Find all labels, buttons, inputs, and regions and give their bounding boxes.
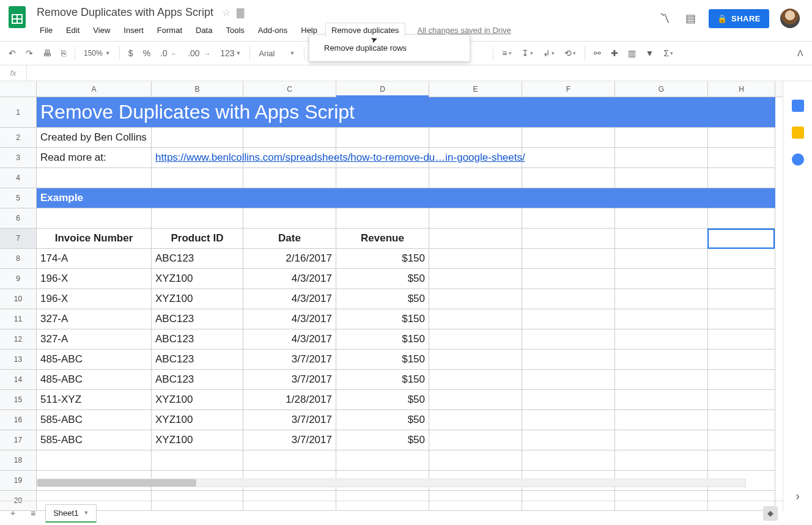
cell[interactable]: Remove Duplicates with Apps Script [37,97,152,128]
cell[interactable] [152,208,243,229]
cell[interactable]: 327-A [37,329,152,350]
cell[interactable]: 3/7/2017 [243,370,336,390]
cell[interactable]: 174-A [37,249,152,269]
select-all-corner[interactable] [0,81,37,97]
cell[interactable] [429,350,522,370]
cell[interactable] [615,390,708,410]
cell[interactable]: 4/3/2017 [243,309,336,329]
row-header-12[interactable]: 12 [0,329,37,350]
cell[interactable]: XYZ100 [152,410,243,430]
cell[interactable] [615,430,708,450]
star-icon[interactable]: ☆ [222,7,231,18]
cell[interactable]: Revenue [336,229,429,249]
cell[interactable] [708,208,775,229]
cell[interactable]: ABC123 [152,329,243,350]
cell[interactable] [429,309,522,329]
cell[interactable]: 3/7/2017 [243,410,336,430]
cell[interactable]: ABC123 [152,249,243,269]
cell[interactable]: ABC123 [152,309,243,329]
cell[interactable] [615,370,708,390]
cell[interactable] [429,168,522,188]
cell[interactable] [336,450,429,471]
activity-icon[interactable]: 〽 [657,11,672,26]
insert-link-button[interactable]: ⚯ [590,46,605,61]
cell[interactable]: Date [243,229,336,249]
cell[interactable] [615,350,708,370]
cell[interactable] [336,208,429,229]
cell[interactable]: 4/3/2017 [243,289,336,309]
cell[interactable]: $150 [336,249,429,269]
cell[interactable] [429,289,522,309]
cell[interactable]: Created by Ben Collins [37,128,152,148]
row-header-7[interactable]: 7 [0,229,37,249]
cell[interactable] [429,269,522,289]
column-header-F[interactable]: F [522,81,615,97]
cell[interactable] [429,128,522,148]
text-rotation-button[interactable]: ⟲▾ [561,46,580,61]
side-panel-expand-icon[interactable]: › [795,489,800,503]
cell[interactable] [615,229,708,249]
cell[interactable] [522,430,615,450]
document-title[interactable]: Remove Duplicates with Apps Script [34,5,216,20]
cell[interactable] [429,410,522,430]
cell[interactable] [152,450,243,471]
more-formats-button[interactable]: 123▼ [216,46,245,61]
row-header-8[interactable]: 8 [0,249,37,269]
tasks-addon-icon[interactable] [792,153,804,166]
menu-tools[interactable]: Tools [220,23,249,37]
menu-view[interactable]: View [87,23,116,37]
menu-edit[interactable]: Edit [61,23,85,37]
row-header-2[interactable]: 2 [0,128,37,148]
remove-duplicate-rows-item[interactable]: Remove duplicate rows [309,39,470,57]
horizontal-align-button[interactable]: ≡▾ [498,46,515,61]
cell[interactable] [37,208,152,229]
row-header-9[interactable]: 9 [0,269,37,289]
save-status[interactable]: All changes saved in Drive [418,26,511,35]
cell[interactable] [522,208,615,229]
cell[interactable]: Invoice Number [37,229,152,249]
cell[interactable] [243,168,336,188]
cell[interactable] [522,128,615,148]
cell[interactable]: $50 [336,430,429,450]
cell[interactable] [615,208,708,229]
cell[interactable] [429,249,522,269]
row-header-19[interactable]: 19 [0,471,37,491]
cell[interactable] [615,168,708,188]
row-header-16[interactable]: 16 [0,410,37,430]
cell[interactable]: Read more at: [37,148,152,168]
cell[interactable] [522,289,615,309]
row-header-1[interactable]: 1 [0,97,37,128]
cell[interactable] [522,309,615,329]
cell[interactable] [708,329,775,350]
cell[interactable] [522,329,615,350]
cell[interactable] [615,269,708,289]
cell[interactable]: ABC123 [152,370,243,390]
cell[interactable]: 485-ABC [37,350,152,370]
all-sheets-button[interactable]: ≡ [27,506,39,521]
cell[interactable] [336,168,429,188]
cell[interactable]: 4/3/2017 [243,329,336,350]
cell[interactable] [522,97,615,128]
cell[interactable]: XYZ100 [152,269,243,289]
calendar-addon-icon[interactable] [792,100,804,112]
cell[interactable] [522,390,615,410]
cell[interactable]: 327-A [37,309,152,329]
cells-area[interactable]: Remove Duplicates with Apps ScriptCreate… [37,97,775,511]
move-folder-icon[interactable]: ▇ [237,7,244,18]
row-header-4[interactable]: 4 [0,168,37,188]
cell[interactable]: XYZ100 [152,430,243,450]
cell[interactable]: XYZ100 [152,289,243,309]
column-header-A[interactable]: A [37,81,152,97]
row-header-18[interactable]: 18 [0,450,37,471]
cell[interactable] [522,249,615,269]
cell[interactable] [429,229,522,249]
cell[interactable]: 196-X [37,269,152,289]
cell[interactable] [429,97,522,128]
cell[interactable] [152,168,243,188]
text-wrap-button[interactable]: ↲▾ [539,46,558,61]
cell[interactable]: $150 [336,350,429,370]
row-header-14[interactable]: 14 [0,370,37,390]
cell[interactable]: 196-X [37,289,152,309]
cell[interactable] [522,269,615,289]
functions-button[interactable]: Σ▾ [660,46,677,61]
